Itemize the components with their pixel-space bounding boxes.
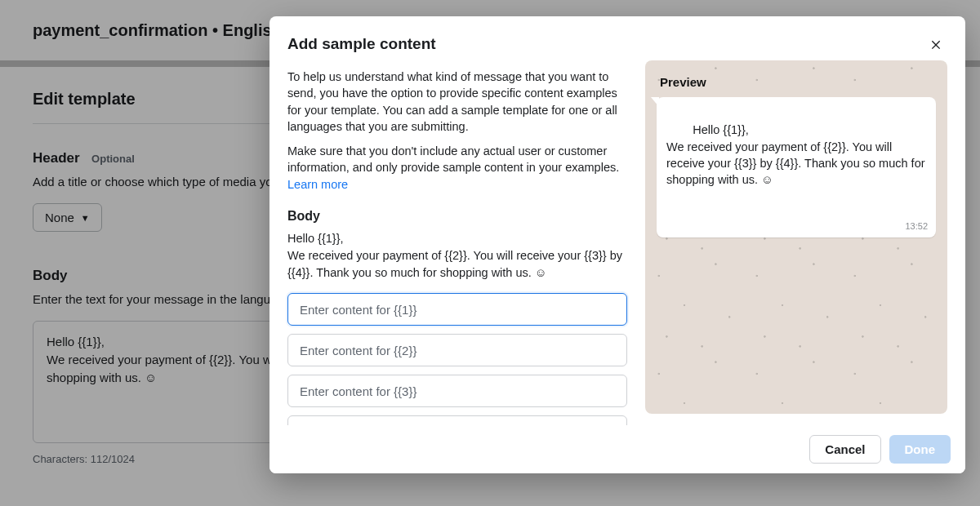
modal-title: Add sample content [287, 35, 436, 53]
cancel-button[interactable]: Cancel [809, 435, 880, 464]
add-sample-content-modal: Add sample content To help us understand… [270, 16, 965, 473]
preview-pane: Preview Hello {{1}}, We received your pa… [645, 60, 947, 414]
modal-left-column: To help us understand what kind of messa… [287, 60, 627, 414]
modal-intro-2-text: Make sure that you don't include any act… [287, 144, 619, 174]
preview-label: Preview [645, 60, 947, 97]
modal-body-heading: Body [287, 209, 627, 224]
modal-header: Add sample content [270, 16, 965, 60]
close-icon [929, 38, 942, 51]
preview-message-bubble: Hello {{1}}, We received your payment of… [657, 97, 936, 237]
close-button[interactable] [924, 33, 947, 55]
sample-inputs [287, 293, 627, 425]
learn-more-link[interactable]: Learn more [287, 178, 348, 191]
modal-footer: Cancel Done [270, 425, 965, 473]
modal-intro-1: To help us understand what kind of messa… [287, 69, 627, 135]
sample-input-1[interactable] [287, 293, 627, 326]
sample-input-4[interactable] [287, 415, 627, 425]
modal-body: To help us understand what kind of messa… [270, 60, 965, 425]
preview-timestamp: 13:52 [905, 220, 928, 233]
sample-input-3[interactable] [287, 375, 627, 407]
preview-message-text: Hello {{1}}, We received your payment of… [666, 123, 929, 186]
modal-intro-2: Make sure that you don't include any act… [287, 143, 627, 193]
sample-input-2[interactable] [287, 334, 627, 366]
done-button[interactable]: Done [889, 435, 951, 464]
modal-body-text: Hello {{1}}, We received your payment of… [287, 230, 627, 282]
